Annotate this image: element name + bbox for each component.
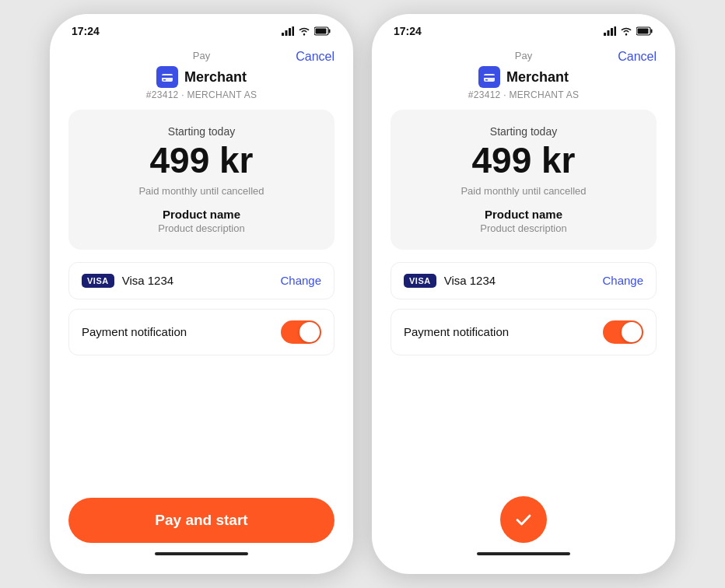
summary-card-1: Starting today 499 kr Paid monthly until… xyxy=(68,110,334,250)
svg-rect-17 xyxy=(651,30,653,33)
time-display-1: 17:24 xyxy=(72,25,100,37)
svg-rect-3 xyxy=(292,26,295,36)
frequency-1: Paid monthly until cancelled xyxy=(84,185,319,197)
merchant-logo-icon-2 xyxy=(483,71,496,83)
svg-rect-21 xyxy=(485,79,488,81)
change-button-2[interactable]: Change xyxy=(602,274,643,287)
amount-2: 499 kr xyxy=(406,141,641,180)
card-label-1: Visa 1234 xyxy=(122,274,173,287)
wifi-icon xyxy=(298,26,310,36)
summary-card-2: Starting today 499 kr Paid monthly until… xyxy=(391,110,657,250)
merchant-name-2: Merchant xyxy=(506,69,569,86)
payment-method-row-2: VISA Visa 1234 Change xyxy=(391,262,657,299)
success-button-2[interactable] xyxy=(500,496,547,543)
amount-1: 499 kr xyxy=(84,141,319,180)
cancel-button-2[interactable]: Cancel xyxy=(618,50,657,64)
phone-1: 17:24 xyxy=(50,14,353,574)
visa-badge-2: VISA xyxy=(404,274,436,288)
payment-method-left-2: VISA Visa 1234 xyxy=(404,274,496,288)
svg-rect-12 xyxy=(608,30,610,36)
svg-rect-11 xyxy=(604,33,606,36)
merchant-row-1: Merchant xyxy=(156,66,247,88)
phone-inner-1: Pay Merchant #23412 · MERCHANT AS Cancel… xyxy=(50,44,353,574)
wifi-icon-2 xyxy=(620,26,632,36)
product-desc-1: Product description xyxy=(84,222,319,234)
visa-badge-1: VISA xyxy=(82,274,114,288)
pay-label-1: Pay xyxy=(193,50,210,61)
payment-method-left-1: VISA Visa 1234 xyxy=(82,274,173,288)
product-name-2: Product name xyxy=(406,208,641,221)
product-desc-2: Product description xyxy=(406,222,641,234)
starting-label-2: Starting today xyxy=(406,125,641,138)
merchant-sub-1: #23412 · MERCHANT AS xyxy=(146,89,257,100)
starting-label-1: Starting today xyxy=(84,125,319,138)
svg-rect-9 xyxy=(162,75,173,78)
battery-icon-2 xyxy=(636,26,653,36)
product-name-1: Product name xyxy=(84,208,319,221)
pay-label-2: Pay xyxy=(515,50,532,61)
status-bar-1: 17:24 xyxy=(50,14,353,44)
signal-icon xyxy=(282,26,294,36)
cancel-button-1[interactable]: Cancel xyxy=(296,50,334,64)
header-2: Pay Merchant #23412 · MERCHANT AS Cancel xyxy=(391,44,657,110)
merchant-logo-icon xyxy=(161,71,173,83)
notification-row-2: Payment notification xyxy=(391,309,657,355)
svg-rect-14 xyxy=(615,26,617,36)
toggle-knob-1 xyxy=(299,322,320,342)
merchant-icon-1 xyxy=(156,66,178,88)
svg-rect-2 xyxy=(289,28,291,36)
notification-toggle-2[interactable] xyxy=(603,320,643,344)
change-button-1[interactable]: Change xyxy=(280,274,321,287)
merchant-row-2: Merchant xyxy=(478,66,569,88)
checkmark-icon xyxy=(513,509,534,530)
time-display-2: 17:24 xyxy=(394,25,422,37)
svg-rect-13 xyxy=(611,28,613,36)
notification-toggle-1[interactable] xyxy=(281,320,321,344)
frequency-2: Paid monthly until cancelled xyxy=(406,185,641,197)
merchant-icon-2 xyxy=(478,66,500,88)
svg-rect-0 xyxy=(282,33,284,36)
payment-method-row-1: VISA Visa 1234 Change xyxy=(68,262,334,299)
spacer-1 xyxy=(68,368,334,498)
phone-2: 17:24 Pay xyxy=(372,14,675,574)
status-icons-2 xyxy=(604,26,653,36)
notification-row-1: Payment notification xyxy=(68,309,334,355)
card-label-2: Visa 1234 xyxy=(444,274,496,287)
svg-rect-18 xyxy=(638,29,649,34)
spacer-2 xyxy=(391,368,657,496)
svg-rect-20 xyxy=(484,75,495,78)
svg-point-15 xyxy=(625,33,627,35)
battery-icon xyxy=(314,26,331,36)
merchant-name-1: Merchant xyxy=(184,69,247,86)
phone-inner-2: Pay Merchant #23412 · MERCHANT AS Cancel… xyxy=(372,44,675,574)
toggle-knob-2 xyxy=(622,322,642,342)
status-bar-2: 17:24 xyxy=(372,14,675,44)
pay-start-button-1[interactable]: Pay and start xyxy=(68,498,334,543)
svg-point-4 xyxy=(303,33,305,35)
status-icons-1 xyxy=(282,26,331,36)
svg-rect-10 xyxy=(163,79,166,81)
home-indicator-1 xyxy=(155,552,248,555)
svg-rect-7 xyxy=(316,29,327,34)
svg-rect-1 xyxy=(285,30,288,36)
notif-label-1: Payment notification xyxy=(82,325,187,338)
svg-rect-6 xyxy=(329,30,331,33)
signal-icon-2 xyxy=(604,26,616,36)
header-1: Pay Merchant #23412 · MERCHANT AS Cancel xyxy=(68,44,334,110)
merchant-sub-2: #23412 · MERCHANT AS xyxy=(468,89,580,100)
notif-label-2: Payment notification xyxy=(404,325,509,338)
home-indicator-2 xyxy=(477,552,570,555)
